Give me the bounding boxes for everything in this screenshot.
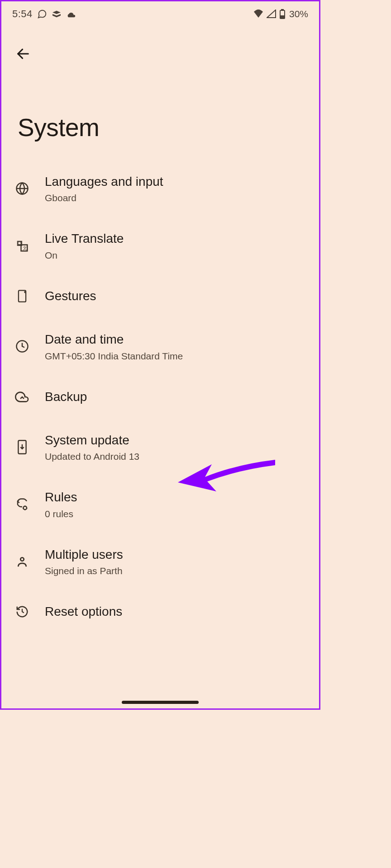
battery-icon bbox=[279, 9, 286, 19]
package-icon bbox=[52, 10, 62, 18]
setting-text: Rules 0 rules bbox=[45, 489, 306, 519]
setting-subtitle: Updated to Android 13 bbox=[45, 451, 306, 462]
cloud-icon bbox=[66, 10, 76, 18]
svg-rect-1 bbox=[281, 9, 283, 10]
setting-text: Live Translate On bbox=[45, 231, 306, 260]
svg-point-14 bbox=[20, 557, 24, 561]
setting-text: Backup bbox=[45, 389, 306, 405]
setting-text: Gestures bbox=[45, 288, 306, 304]
arrow-left-icon bbox=[15, 46, 31, 61]
phone-download-icon bbox=[14, 440, 30, 454]
setting-rules[interactable]: Rules 0 rules bbox=[7, 476, 314, 533]
setting-live-translate[interactable]: G文 Live Translate On bbox=[7, 217, 314, 274]
status-time: 5:54 bbox=[12, 8, 33, 20]
setting-backup[interactable]: Backup bbox=[7, 375, 314, 419]
cloud-upload-icon bbox=[14, 391, 30, 403]
svg-rect-2 bbox=[281, 16, 284, 18]
reset-icon bbox=[14, 605, 30, 618]
setting-reset-options[interactable]: Reset options bbox=[7, 590, 314, 633]
setting-title: Date and time bbox=[45, 331, 306, 348]
wifi-icon bbox=[253, 9, 264, 19]
person-icon bbox=[14, 555, 30, 568]
setting-text: Multiple users Signed in as Parth bbox=[45, 547, 306, 576]
setting-subtitle: On bbox=[45, 250, 306, 261]
status-right: 30% bbox=[253, 9, 308, 19]
setting-title: Multiple users bbox=[45, 547, 306, 563]
setting-text: System update Updated to Android 13 bbox=[45, 432, 306, 462]
svg-point-13 bbox=[24, 506, 27, 509]
setting-title: Live Translate bbox=[45, 231, 306, 247]
battery-percentage: 30% bbox=[289, 9, 308, 19]
signal-icon bbox=[267, 9, 277, 19]
back-button[interactable] bbox=[14, 45, 32, 63]
setting-title: Rules bbox=[45, 489, 306, 505]
setting-title: System update bbox=[45, 432, 306, 448]
status-bar: 5:54 30% bbox=[1, 1, 319, 23]
setting-languages-input[interactable]: Languages and input Gboard bbox=[7, 160, 314, 217]
setting-subtitle: Signed in as Parth bbox=[45, 566, 306, 576]
svg-text:G: G bbox=[19, 241, 21, 245]
setting-system-update[interactable]: System update Updated to Android 13 bbox=[7, 419, 314, 476]
setting-title: Gestures bbox=[45, 288, 306, 304]
setting-subtitle: GMT+05:30 India Standard Time bbox=[45, 351, 306, 362]
setting-title: Reset options bbox=[45, 604, 306, 620]
svg-text:文: 文 bbox=[23, 245, 27, 250]
clock-icon bbox=[14, 340, 30, 353]
setting-text: Date and time GMT+05:30 India Standard T… bbox=[45, 331, 306, 361]
setting-title: Backup bbox=[45, 389, 306, 405]
status-left: 5:54 bbox=[12, 8, 76, 20]
translate-icon: G文 bbox=[14, 239, 30, 253]
nav-handle[interactable] bbox=[122, 701, 199, 704]
navigation-bar bbox=[1, 701, 319, 704]
rules-icon bbox=[14, 498, 30, 511]
page-title: System bbox=[1, 63, 319, 160]
setting-gestures[interactable]: Gestures bbox=[7, 274, 314, 318]
setting-multiple-users[interactable]: Multiple users Signed in as Parth bbox=[7, 533, 314, 590]
setting-text: Reset options bbox=[45, 604, 306, 620]
gestures-icon bbox=[14, 289, 30, 303]
setting-text: Languages and input Gboard bbox=[45, 174, 306, 203]
whatsapp-icon bbox=[37, 9, 47, 19]
globe-icon bbox=[14, 182, 30, 195]
setting-subtitle: 0 rules bbox=[45, 509, 306, 519]
setting-subtitle: Gboard bbox=[45, 193, 306, 203]
settings-list: Languages and input Gboard G文 Live Trans… bbox=[1, 160, 319, 634]
app-bar bbox=[1, 23, 319, 63]
setting-title: Languages and input bbox=[45, 174, 306, 190]
setting-date-time[interactable]: Date and time GMT+05:30 India Standard T… bbox=[7, 318, 314, 375]
